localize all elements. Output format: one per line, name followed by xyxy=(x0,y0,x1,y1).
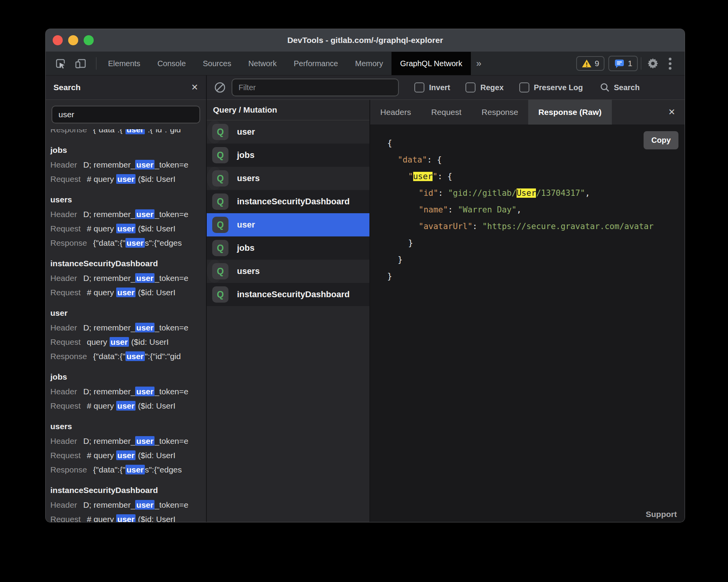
query-list-item-label: jobs xyxy=(237,243,254,253)
message-icon xyxy=(614,58,625,68)
clear-icon[interactable] xyxy=(214,81,226,94)
search-result-text: s":{"edges xyxy=(145,238,182,247)
tab-elements[interactable]: Elements xyxy=(100,52,149,75)
search-result-text: {"data":{" xyxy=(93,465,125,474)
json-token: : { xyxy=(438,172,452,181)
search-result-row-label: Request xyxy=(50,515,81,522)
checkbox-box[interactable] xyxy=(414,82,424,92)
checkbox-regex[interactable]: Regex xyxy=(465,82,503,92)
search-panel-close-icon[interactable]: ✕ xyxy=(191,82,198,92)
search-match-highlight: user xyxy=(135,160,155,169)
search-result-group-title[interactable]: jobs xyxy=(50,370,206,384)
search-result-row[interactable]: Request# query user ($id: UserI xyxy=(50,512,206,522)
search-result-group-title[interactable]: users xyxy=(50,419,206,434)
search-result-group-title[interactable]: user xyxy=(50,306,206,320)
query-list-item-jobs[interactable]: Qjobs xyxy=(207,236,369,260)
json-token: " xyxy=(408,172,413,181)
search-result-text: _token=e xyxy=(155,323,188,332)
search-result-group-title[interactable]: instanceSecurityDashboard xyxy=(50,483,206,498)
search-result-text: _token=e xyxy=(155,210,188,219)
json-line: "user": { xyxy=(387,168,685,185)
query-list-item-jobs[interactable]: Qjobs xyxy=(207,144,369,167)
query-list-item-instanceSecurityDashboard[interactable]: QinstanceSecurityDashboard xyxy=(207,190,369,213)
tab-network[interactable]: Network xyxy=(240,52,285,75)
search-input[interactable] xyxy=(52,106,200,123)
search-result-text: D; remember_ xyxy=(83,436,135,445)
search-result-text: # query xyxy=(87,401,116,410)
query-list-item-instanceSecurityDashboard[interactable]: QinstanceSecurityDashboard xyxy=(207,283,369,306)
settings-gear-icon[interactable] xyxy=(644,55,661,72)
json-token: , xyxy=(517,205,522,214)
tab-sources[interactable]: Sources xyxy=(194,52,240,75)
support-link[interactable]: Support xyxy=(646,510,677,519)
search-result-row[interactable]: HeaderD; remember_user_token=e xyxy=(50,498,206,512)
checkbox-box[interactable] xyxy=(519,82,529,92)
tab-console[interactable]: Console xyxy=(149,52,194,75)
tabbar-tools xyxy=(46,52,93,75)
more-options-kebab-icon[interactable] xyxy=(661,55,678,72)
search-result-text: D; remember_ xyxy=(83,210,135,219)
detail-tab-response-raw[interactable]: Response (Raw) xyxy=(528,100,611,125)
detail-close-icon[interactable]: ✕ xyxy=(659,100,685,125)
search-result-row[interactable]: Request# query user ($id: UserI xyxy=(50,221,206,236)
json-token: : xyxy=(472,222,482,231)
search-result-row[interactable]: Response{"data":{"users":{"edges xyxy=(50,462,206,477)
tab-performance[interactable]: Performance xyxy=(285,52,347,75)
search-result-row[interactable]: Response{"data":{"users":{"edges xyxy=(50,236,206,250)
checkbox-preserve-log[interactable]: Preserve Log xyxy=(519,82,583,92)
search-result-text: D; remember_ xyxy=(83,500,135,509)
titlebar: DevTools - gitlab.com/-/graphql-explorer xyxy=(46,29,685,52)
detail-tab-response[interactable]: Response xyxy=(472,100,529,125)
search-result-row[interactable]: HeaderD; remember_user_token=e xyxy=(50,271,206,285)
inspect-element-icon[interactable] xyxy=(52,55,69,72)
search-result-text: D; remember_ xyxy=(83,274,135,282)
search-result-group-title[interactable]: instanceSecurityDashboard xyxy=(50,256,206,271)
json-line: { xyxy=(387,135,685,152)
detail-tab-headers[interactable]: Headers xyxy=(370,100,421,125)
search-result-row[interactable]: HeaderD; remember_user_token=e xyxy=(50,207,206,221)
checkbox-box[interactable] xyxy=(465,82,476,92)
search-result-text: D; remember_ xyxy=(83,160,135,169)
search-result-row[interactable]: HeaderD; remember_user_token=e xyxy=(50,320,206,335)
search-icon xyxy=(600,82,610,92)
filter-input[interactable] xyxy=(232,79,399,96)
search-result-group: userHeaderD; remember_user_token=eReques… xyxy=(50,306,206,363)
tab-memory[interactable]: Memory xyxy=(347,52,391,75)
search-result-group-title[interactable]: users xyxy=(50,192,206,207)
copy-button[interactable]: Copy xyxy=(644,131,678,149)
checkbox-invert[interactable]: Invert xyxy=(414,82,450,92)
search-result-row[interactable]: HeaderD; remember_user_token=e xyxy=(50,434,206,448)
query-list-item-user[interactable]: Quser xyxy=(207,213,369,236)
search-result-row[interactable]: Request# query user ($id: UserI xyxy=(50,172,206,186)
query-list-item-users[interactable]: Qusers xyxy=(207,167,222,190)
search-result-row[interactable]: HeaderD; remember_user_token=e xyxy=(50,384,206,399)
search-result-row[interactable]: Response{"data":{"user":{"id":"gid xyxy=(50,129,206,137)
json-token: /13704317" xyxy=(536,188,585,198)
search-result-text: _token=e xyxy=(155,387,188,396)
query-list-item-users[interactable]: Qusers xyxy=(207,260,222,283)
search-result-row[interactable]: Request# query user ($id: UserI xyxy=(50,285,206,300)
search-result-row[interactable]: Requestquery user ($id: UserI xyxy=(50,335,206,349)
toolbar-search-button[interactable]: Search xyxy=(600,82,640,92)
warnings-badge[interactable]: 9 xyxy=(576,56,605,71)
search-match-highlight: user xyxy=(116,288,136,297)
tab-graphql-network[interactable]: GraphQL Network xyxy=(391,52,470,75)
device-toolbar-icon[interactable] xyxy=(72,55,89,72)
search-result-text: {"data":{" xyxy=(93,352,125,361)
search-result-text: # query xyxy=(87,175,116,183)
issues-badge[interactable]: 1 xyxy=(608,56,638,71)
query-list-item-label: instanceSecurityDashboard xyxy=(237,197,350,207)
search-match-highlight: user xyxy=(116,224,136,233)
search-result-text: ($id: UserI xyxy=(136,288,175,297)
search-result-row-label: Request xyxy=(50,175,81,183)
search-result-row[interactable]: Response{"data":{"user":{"id":"gid xyxy=(50,349,206,363)
search-result-row[interactable]: Request# query user ($id: UserI xyxy=(50,399,206,413)
search-result-row[interactable]: Request# query user ($id: UserI xyxy=(50,448,206,462)
search-result-row[interactable]: HeaderD; remember_user_token=e xyxy=(50,157,206,172)
search-result-group-title[interactable]: jobs xyxy=(50,143,206,157)
more-tabs-icon[interactable]: » xyxy=(471,52,487,75)
query-mutation-header: Query / Mutation xyxy=(207,100,369,120)
search-match-highlight: user xyxy=(116,401,136,411)
query-list-item-user[interactable]: Quser xyxy=(207,120,222,144)
detail-tab-request[interactable]: Request xyxy=(421,100,471,125)
